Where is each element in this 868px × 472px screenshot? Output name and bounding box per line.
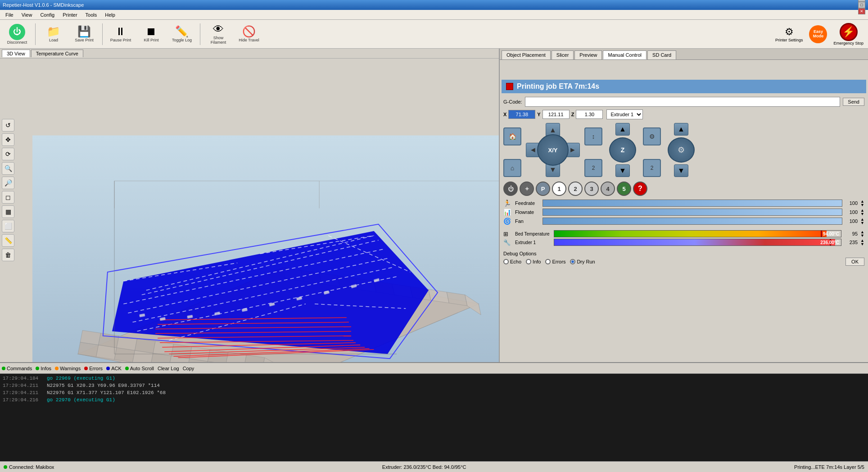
power-button[interactable]: ⏻ [503, 182, 518, 196]
commands-dot [2, 367, 5, 370]
clear-log-button[interactable]: Clear Log [158, 366, 179, 371]
tab-preview[interactable]: Preview [574, 50, 602, 59]
menu-tools[interactable]: Tools [82, 11, 101, 18]
maximize-button[interactable]: □ [858, 2, 865, 8]
tab-manual-control[interactable]: Manual Control [603, 50, 646, 59]
errors-radio-btn[interactable] [545, 259, 551, 264]
num-2-button[interactable]: 2 [568, 182, 583, 196]
ok-button[interactable]: OK [845, 258, 864, 266]
log-tabs: Commands Infos Warnings Errors ACK Auto … [0, 363, 868, 374]
auto-scroll-toggle[interactable]: Auto Scroll [125, 366, 154, 371]
tab-slicer[interactable]: Slicer [552, 50, 574, 59]
feedrate-down[interactable]: ▼ [860, 203, 864, 207]
tab-errors[interactable]: Errors [84, 366, 103, 371]
fan-slider[interactable] [542, 218, 842, 225]
flowrate-slider[interactable] [542, 209, 842, 216]
extruder-temp-down[interactable]: ▼ [860, 242, 864, 246]
fan-row: 🌀 Fan 100 ▲ ▼ [503, 218, 864, 225]
num-3-button[interactable]: 3 [584, 182, 599, 196]
save-print-button[interactable]: 💾 Save Print [71, 25, 98, 43]
sliders-section: 🏃 Feedrate 100 ▲ ▼ 📊 Flowrate 100 [500, 198, 868, 228]
hide-travel-button[interactable]: 🚫 Hide Travel [235, 25, 262, 43]
debug-title: Debug Options [503, 251, 864, 256]
extruder-home-button[interactable]: ⚙ [643, 127, 661, 145]
statusbar-left: Connected: Makibox [4, 464, 54, 470]
easy-mode-button[interactable]: Easy Mode [809, 25, 827, 43]
fan-down[interactable]: ▼ [860, 221, 864, 225]
extruder-select[interactable]: Extruder 1 [606, 109, 643, 119]
kill-print-button[interactable]: ⏹ Kill Print [138, 25, 165, 43]
home-xy-button[interactable]: 🏠 [503, 127, 521, 145]
echo-radio-btn[interactable] [503, 259, 509, 264]
home-z-button[interactable]: ↕ [584, 127, 602, 145]
num-5-button[interactable]: 5 [617, 182, 631, 196]
tab-infos[interactable]: Infos [36, 366, 51, 371]
tab-warnings[interactable]: Warnings [55, 366, 81, 371]
bed-temp-down[interactable]: ▼ [860, 234, 864, 237]
gcode-input[interactable] [525, 97, 841, 107]
echo-radio[interactable]: Echo [503, 259, 521, 264]
extruder-down-button[interactable]: ▼ [674, 164, 688, 177]
bed-temp-current: 94.00°C [823, 231, 839, 237]
printer-settings-button[interactable]: ⚙ Printer Settings [774, 25, 804, 43]
menu-view[interactable]: View [18, 11, 36, 18]
menu-config[interactable]: Config [36, 11, 58, 18]
svg-marker-15 [99, 333, 119, 348]
send-button[interactable]: Send [843, 98, 864, 106]
move-tool-button[interactable]: ✥ [2, 133, 14, 146]
connection-status-dot [4, 465, 7, 469]
zoom-out-button[interactable]: 🔎 [2, 177, 14, 189]
step-z-button[interactable]: 2 [584, 159, 602, 177]
menu-help[interactable]: Help [101, 11, 119, 18]
layers-button[interactable]: ▦ [2, 205, 14, 218]
flowrate-down[interactable]: ▼ [860, 212, 864, 216]
p-button[interactable]: P [536, 182, 550, 196]
dry-run-radio-btn[interactable] [570, 259, 575, 264]
wireframe-button[interactable]: ⬜ [2, 220, 14, 232]
copy-log-button[interactable]: Copy [183, 366, 194, 371]
extruder-step-button[interactable]: 2 [643, 159, 661, 177]
bed-temp-set: 95 [844, 231, 858, 236]
reset-view-button[interactable]: ↺ [2, 119, 14, 132]
toggle-log-icon: ✏️ [175, 26, 189, 37]
tab-3d-view[interactable]: 3D View [2, 50, 30, 57]
rotate-tool-button[interactable]: ⟳ [2, 148, 14, 160]
disconnect-button[interactable]: ⏻ Disconnect [4, 23, 31, 45]
tab-object-placement[interactable]: Object Placement [502, 50, 551, 59]
menu-file[interactable]: File [2, 11, 17, 18]
zoom-in-button[interactable]: 🔍 [2, 162, 14, 175]
emergency-stop-button[interactable]: ⚡ Emergency Stop [832, 22, 864, 46]
log-time-4: 17:29:04.216 [3, 396, 43, 404]
kill-print-label: Kill Print [144, 38, 158, 42]
delete-button[interactable]: 🗑 [2, 249, 14, 261]
load-button[interactable]: 📁 Load [40, 25, 67, 43]
help-button[interactable]: ? [633, 182, 647, 196]
perspective-button[interactable]: ◻ [2, 191, 14, 204]
auto-scroll-dot [125, 367, 129, 370]
z-down-button[interactable]: ▼ [615, 164, 630, 177]
show-filament-button[interactable]: 👁 Show Filament [205, 23, 232, 45]
extruder-up-button[interactable]: ▲ [674, 123, 688, 136]
log-text-2: N22975 G1 X20.23 Y69.96 E98.33797 *114 [47, 382, 160, 389]
tab-sd-card[interactable]: SD Card [647, 50, 676, 59]
home-all-button[interactable]: ⌂ [503, 159, 521, 177]
feedrate-slider[interactable] [542, 200, 842, 207]
fan-label: Fan [515, 218, 540, 224]
dry-run-radio[interactable]: Dry Run [570, 259, 595, 264]
tab-ack[interactable]: ACK [106, 366, 122, 371]
pause-print-button[interactable]: ⏸ Pause Print [107, 25, 134, 43]
tab-commands[interactable]: Commands [2, 366, 32, 371]
info-radio-btn[interactable] [526, 259, 531, 264]
num-4-button[interactable]: 4 [601, 182, 615, 196]
fan-button[interactable]: ✦ [520, 182, 534, 196]
measure-button[interactable]: 📏 [2, 234, 14, 247]
info-radio[interactable]: Info [526, 259, 541, 264]
menu-printer[interactable]: Printer [59, 11, 81, 18]
log-line-4: 17:29:04.216 go 22970 (executing G1) [3, 396, 865, 404]
errors-radio[interactable]: Errors [545, 259, 565, 264]
close-button[interactable]: ✕ [858, 8, 865, 14]
num-1-button[interactable]: 1 [552, 182, 566, 196]
tab-temperature-curve[interactable]: Temperature Curve [31, 50, 83, 57]
toggle-log-button[interactable]: ✏️ Toggle Log [168, 25, 195, 43]
z-up-button[interactable]: ▲ [615, 123, 630, 136]
